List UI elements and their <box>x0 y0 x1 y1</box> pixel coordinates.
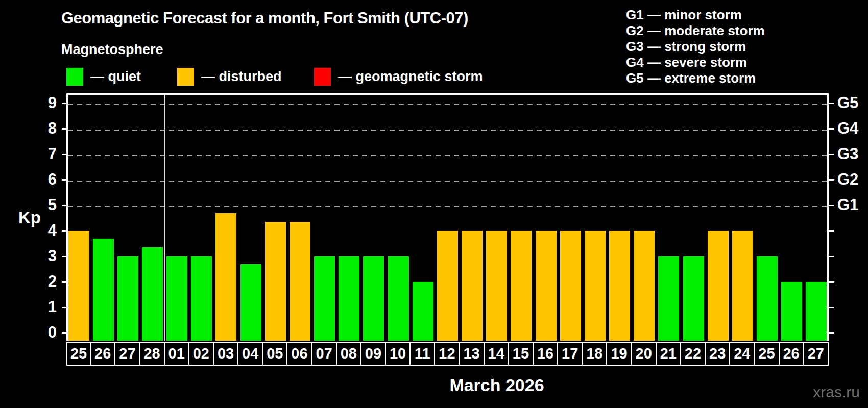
date-cell-mar-21: 21 <box>656 342 681 366</box>
g-axis-tick-kp1 <box>829 307 834 308</box>
kp-bar-day-16 <box>536 231 557 341</box>
date-cell-mar-15: 15 <box>508 342 534 366</box>
kp-bar-day-06 <box>290 222 310 341</box>
g-axis-tick-kp5 <box>829 205 834 206</box>
date-cell-feb-25: 25 <box>66 342 91 366</box>
kp-bar-day-10 <box>388 256 409 341</box>
legend-label-disturbed: — disturbed <box>201 69 282 85</box>
kp-tick-label-7: 7 <box>26 145 57 163</box>
kp-tick-label-1: 1 <box>26 298 57 316</box>
kp-bar-day-14 <box>486 231 507 341</box>
kp-bar-day-23 <box>708 231 729 341</box>
g-axis-tick-kp7 <box>829 154 834 155</box>
storm-scale-line: G4 — severe storm <box>626 55 765 70</box>
kp-bar-day-17 <box>560 231 581 341</box>
date-cell-mar-25: 25 <box>754 342 779 366</box>
kp-tick-2 <box>62 281 66 283</box>
g-axis-label-G3: G3 <box>837 145 858 163</box>
kp-bar-day-22 <box>683 256 704 341</box>
date-cell-mar-13: 13 <box>459 342 485 366</box>
date-cell-mar-20: 20 <box>631 342 657 366</box>
g-axis-label-G2: G2 <box>837 170 858 189</box>
kp-bar-day-27 <box>117 256 138 341</box>
kp-bar-day-28 <box>142 247 163 341</box>
kp-tick-0 <box>62 332 66 334</box>
kp-bar-day-12 <box>437 231 458 341</box>
legend-swatch-quiet <box>66 68 83 86</box>
g-axis-tick-kp9 <box>829 103 834 104</box>
date-cell-mar-17: 17 <box>557 342 583 366</box>
kp-bar-day-08 <box>339 256 359 341</box>
date-cell-mar-24: 24 <box>729 342 755 366</box>
date-cell-mar-02: 02 <box>188 342 214 366</box>
g-axis-tick-kp4 <box>829 230 834 232</box>
date-cell-mar-10: 10 <box>385 342 411 366</box>
kp-bar-day-01 <box>166 256 187 341</box>
kp-bar-day-25 <box>68 231 89 341</box>
kp-bar-day-18 <box>585 231 606 341</box>
kp-tick-9 <box>62 103 66 104</box>
g-axis-label-G4: G4 <box>837 119 858 138</box>
kp-axis-title: Kp <box>18 208 41 227</box>
g-axis-tick-kp8 <box>829 128 834 130</box>
date-cell-mar-16: 16 <box>533 342 558 366</box>
month-separator-line <box>164 95 165 341</box>
kp-bar-day-25 <box>757 256 778 341</box>
legend-label-storm: — geomagnetic storm <box>338 69 483 85</box>
storm-scale-line: G2 — moderate storm <box>626 23 765 39</box>
g-axis-tick-kp3 <box>829 256 834 257</box>
gridline-kp5 <box>68 206 827 207</box>
kp-tick-7 <box>62 154 66 155</box>
month-label: March 2026 <box>165 375 829 395</box>
kp-bar-day-15 <box>511 231 532 341</box>
kp-bar-day-13 <box>462 231 483 341</box>
page-title: Geomagnetic Forecast for a month, Fort S… <box>61 9 468 28</box>
kp-bar-day-26 <box>93 239 114 341</box>
kp-bar-day-04 <box>240 264 261 341</box>
g-axis-tick-kp0 <box>829 332 834 334</box>
date-cell-mar-01: 01 <box>164 342 189 366</box>
kp-tick-8 <box>62 128 66 130</box>
gridline-kp8 <box>68 130 827 131</box>
date-cell-mar-04: 04 <box>237 342 263 366</box>
kp-tick-6 <box>62 179 66 181</box>
kp-bar-day-07 <box>314 256 335 341</box>
date-cell-mar-27: 27 <box>803 342 829 366</box>
watermark: xras.ru <box>813 384 860 401</box>
date-cell-mar-05: 05 <box>262 342 287 366</box>
storm-scale-line: G1 — minor storm <box>626 7 765 23</box>
kp-bar-day-11 <box>413 282 433 341</box>
kp-bar-day-26 <box>781 282 802 341</box>
legend-label-quiet: — quiet <box>90 69 141 85</box>
gridline-kp9 <box>68 104 827 105</box>
gridline-kp7 <box>68 155 827 156</box>
date-cell-mar-07: 07 <box>311 342 337 366</box>
kp-bar-day-27 <box>806 282 827 341</box>
kp-tick-1 <box>62 307 66 308</box>
kp-bar-day-02 <box>191 256 212 341</box>
kp-tick-label-9: 9 <box>26 94 57 112</box>
kp-tick-5 <box>62 205 66 206</box>
date-cell-mar-12: 12 <box>434 342 460 366</box>
storm-scale-line: G3 — strong storm <box>626 39 765 55</box>
date-cell-mar-18: 18 <box>582 342 607 366</box>
kp-bar-day-20 <box>634 231 655 341</box>
kp-bar-day-24 <box>732 231 753 341</box>
date-cell-mar-06: 06 <box>286 342 312 366</box>
date-cell-mar-03: 03 <box>213 342 238 366</box>
magnetosphere-heading: Magnetosphere <box>61 42 163 58</box>
g-axis-label-G1: G1 <box>837 196 858 214</box>
kp-tick-label-2: 2 <box>26 272 57 291</box>
legend-swatch-storm <box>314 68 331 86</box>
storm-scale-line: G5 — extreme storm <box>626 70 765 86</box>
date-cell-mar-11: 11 <box>409 342 435 366</box>
kp-tick-3 <box>62 256 66 257</box>
kp-tick-label-3: 3 <box>26 247 57 265</box>
g-axis-label-G5: G5 <box>837 94 858 112</box>
kp-bar-day-05 <box>265 222 286 341</box>
kp-bar-day-21 <box>658 256 679 341</box>
date-cell-mar-26: 26 <box>779 342 804 366</box>
kp-tick-label-0: 0 <box>26 323 57 342</box>
legend-item-quiet: — quiet <box>66 68 141 86</box>
date-cell-mar-14: 14 <box>484 342 509 366</box>
